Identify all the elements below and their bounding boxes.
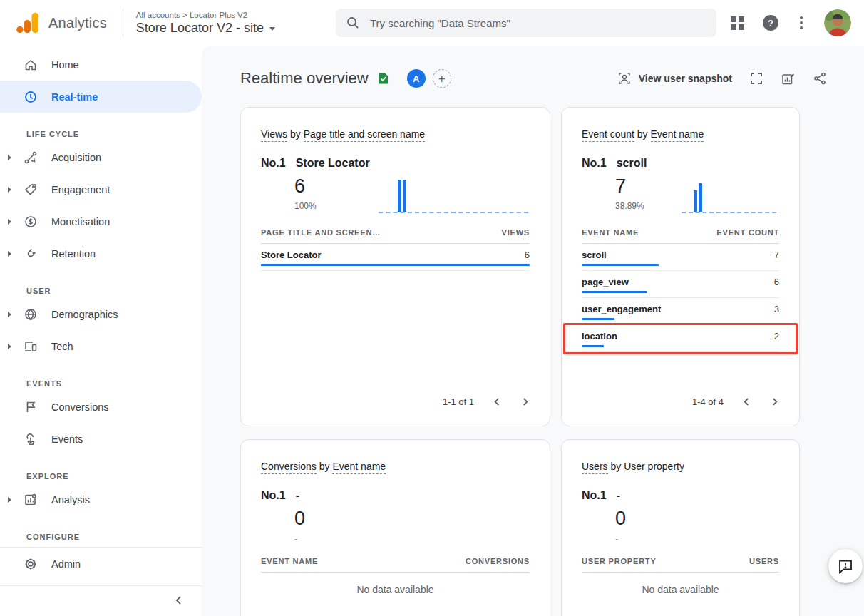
globe-icon — [24, 307, 38, 322]
report-valid-icon[interactable] — [377, 72, 390, 85]
top-entry: No.1- — [261, 489, 530, 502]
sidebar-section-user: USER — [0, 287, 202, 295]
row-bar — [582, 264, 659, 266]
pagination: 1-4 of 4 — [582, 396, 779, 409]
expand-caret-icon[interactable] — [8, 187, 11, 192]
analysis-chart-icon — [24, 493, 38, 507]
prev-page-icon[interactable] — [742, 397, 751, 406]
card-event-count-by-event-name: Event count by Event name No.1scroll 7 3… — [561, 107, 800, 426]
comparison-chip[interactable]: A — [407, 69, 426, 88]
card-dimension-selector[interactable]: Page title and screen name — [304, 128, 425, 142]
card-dimension-selector[interactable]: Event name — [651, 128, 704, 142]
top-entry: No.1scroll — [582, 157, 779, 170]
card-metric-selector[interactable]: Users — [582, 461, 608, 474]
acquisition-icon — [24, 150, 38, 165]
column-header: EVENT NAME — [261, 557, 318, 565]
fullscreen-icon[interactable] — [749, 71, 763, 86]
column-header: EVENT NAME — [582, 228, 639, 237]
sidebar-item-analysis[interactable]: Analysis — [0, 483, 202, 515]
empty-state: No data available — [261, 584, 530, 595]
sidebar-item-home[interactable]: Home — [0, 48, 202, 81]
column-header: VIEWS — [502, 228, 530, 237]
apps-grid-icon[interactable] — [731, 16, 744, 30]
card-title: Conversions by Event name — [261, 457, 530, 476]
share-icon[interactable] — [813, 71, 827, 86]
feedback-button[interactable] — [828, 549, 863, 583]
devices-icon — [24, 339, 38, 354]
magnet-icon — [24, 247, 38, 261]
sidebar-item-tech[interactable]: Tech — [0, 330, 202, 362]
table-row-highlighted: location 2 — [582, 325, 779, 352]
row-bar — [582, 345, 604, 347]
sidebar-section-events: EVENTS — [0, 379, 202, 388]
sidebar-item-demographics[interactable]: Demographics — [0, 298, 202, 330]
sidebar-section-explore: EXPLORE — [0, 472, 202, 481]
top-entry: No.1- — [582, 489, 779, 502]
top-entry-percent: - — [615, 534, 626, 544]
expand-caret-icon[interactable] — [8, 155, 11, 160]
card-table: EVENT NAME CONVERSIONS No data available — [261, 557, 530, 595]
column-header: CONVERSIONS — [466, 557, 530, 565]
top-entry-percent: - — [294, 534, 305, 544]
card-metric-selector[interactable]: Event count — [582, 128, 634, 142]
view-user-snapshot-button[interactable]: View user snapshot — [617, 71, 732, 86]
expand-caret-icon[interactable] — [8, 251, 11, 257]
gear-icon — [24, 557, 38, 571]
top-entry-value: 7 — [615, 175, 644, 197]
sidebar-item-conversions[interactable]: Conversions — [0, 391, 202, 423]
column-header: USER PROPERTY — [582, 557, 657, 565]
next-page-icon[interactable] — [770, 397, 779, 406]
expand-caret-icon[interactable] — [8, 344, 11, 349]
tag-icon — [24, 183, 38, 197]
pagination: 1-1 of 1 — [261, 396, 530, 409]
insights-icon[interactable] — [781, 71, 796, 86]
touch-icon — [24, 432, 38, 446]
prev-page-icon[interactable] — [493, 397, 502, 406]
breadcrumb[interactable]: All accounts > Locator Plus V2 — [136, 11, 275, 19]
card-metric-selector[interactable]: Views — [261, 128, 287, 142]
search-input[interactable] — [369, 16, 682, 30]
sidebar-item-engagement[interactable]: Engagement — [0, 173, 202, 205]
card-table: EVENT NAME EVENT COUNT scroll 7 page_vie… — [582, 228, 779, 352]
card-table: USER PROPERTY USERS No data available — [582, 557, 779, 595]
expand-caret-icon[interactable] — [8, 312, 11, 317]
card-metric-selector[interactable]: Conversions — [261, 461, 317, 474]
empty-state: No data available — [582, 584, 779, 595]
sidebar-item-admin[interactable]: Admin — [0, 548, 202, 580]
card-table: PAGE TITLE AND SCREEN… VIEWS Store Locat… — [261, 228, 530, 271]
help-icon[interactable]: ? — [763, 15, 778, 31]
table-row: user_engagement 3 — [582, 298, 779, 325]
flag-icon — [24, 400, 38, 414]
expand-caret-icon[interactable] — [8, 497, 11, 503]
add-comparison-button[interactable]: + — [433, 69, 451, 88]
sidebar-item-real-time[interactable]: Real-time — [0, 81, 202, 113]
top-entry-value: 6 — [294, 175, 317, 197]
sidebar: Home Real-time LIFE CYCLE Acquisition En… — [0, 46, 202, 616]
sidebar-item-retention[interactable]: Retention — [0, 237, 202, 270]
card-users-by-user-property: Users by User property No.1- 0 - USER PR… — [561, 439, 800, 616]
property-name[interactable]: Store Locator V2 - site — [136, 21, 264, 36]
expand-caret-icon[interactable] — [8, 219, 11, 225]
next-page-icon[interactable] — [520, 397, 530, 406]
table-row: scroll 7 — [582, 244, 779, 271]
top-bar: Analytics All accounts > Locator Plus V2… — [0, 0, 864, 46]
analytics-logo[interactable]: Analytics — [14, 9, 107, 36]
more-menu-icon[interactable] — [797, 14, 806, 32]
sidebar-item-events[interactable]: Events — [0, 423, 202, 455]
avatar[interactable] — [824, 9, 851, 36]
card-dimension-selector[interactable]: Event name — [332, 461, 386, 474]
search-bar[interactable] — [336, 9, 716, 37]
clock-icon — [24, 90, 38, 104]
sidebar-item-acquisition[interactable]: Acquisition — [0, 141, 202, 173]
table-row: page_view 6 — [582, 271, 779, 298]
card-dimension-label: User property — [624, 461, 684, 472]
sparkline — [682, 178, 776, 213]
account-switcher[interactable]: All accounts > Locator Plus V2 Store Loc… — [136, 11, 275, 36]
sidebar-item-monetisation[interactable]: Monetisation — [0, 205, 202, 237]
row-bar — [582, 291, 647, 293]
collapse-sidebar-icon[interactable] — [173, 595, 185, 606]
analytics-logo-icon — [14, 9, 41, 36]
search-icon — [346, 16, 360, 30]
column-header: USERS — [749, 557, 779, 565]
top-entry-percent: 38.89% — [615, 201, 644, 211]
